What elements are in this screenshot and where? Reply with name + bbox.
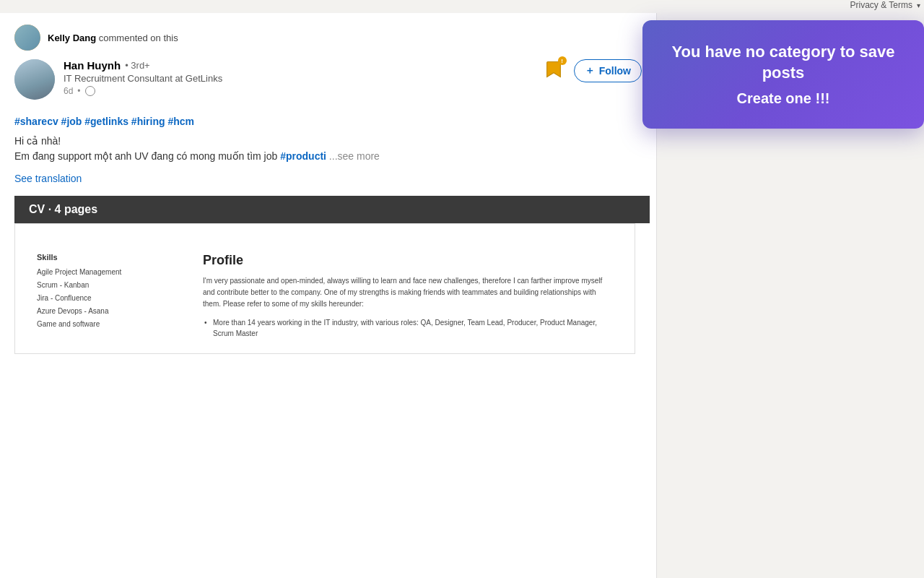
- post-author: Han Huynh • 3rd+ IT Recruitment Consulta…: [14, 59, 222, 100]
- follow-plus: ＋: [585, 64, 595, 77]
- cv-inner: Skills Agile Project Management Scrum - …: [37, 253, 613, 339]
- post-body: Hi cả nhà! Em đang support một anh UV đa…: [14, 134, 642, 164]
- author-name-line: Han Huynh • 3rd+: [64, 59, 222, 72]
- cv-skill-1: Agile Project Management: [37, 267, 181, 277]
- privacy-chevron-icon: ▾: [917, 1, 920, 9]
- author-avatar-image: [14, 59, 55, 100]
- cv-content-area: Skills Agile Project Management Scrum - …: [14, 223, 635, 354]
- bookmark-icon-wrap[interactable]: !: [544, 59, 564, 82]
- cv-section-bar: CV · 4 pages: [14, 196, 650, 223]
- privacy-terms-link[interactable]: Privacy & Terms ▾: [850, 0, 920, 10]
- post-card: Kelly Dang commented on this Han Huynh •…: [0, 13, 656, 366]
- privacy-terms-label: Privacy & Terms: [850, 0, 912, 10]
- cv-skills-label: Skills: [37, 253, 181, 262]
- post-hashtags[interactable]: #sharecv #job #getlinks #hiring #hcm: [14, 114, 642, 129]
- globe-icon: [85, 86, 95, 96]
- popup-cta[interactable]: Create one !!!: [664, 90, 902, 107]
- post-greeting: Hi cả nhà!: [14, 135, 61, 147]
- author-info: Han Huynh • 3rd+ IT Recruitment Consulta…: [64, 59, 222, 96]
- cv-label: CV · 4 pages: [29, 203, 97, 215]
- post-top-actions: ! ＋ Follow: [544, 59, 642, 82]
- popup-title: You have no category to save posts: [664, 42, 902, 83]
- popup-tooltip: You have no category to save posts Creat…: [642, 20, 924, 129]
- cv-skill-3: Jira - Confluence: [37, 293, 181, 303]
- follow-button[interactable]: ＋ Follow: [574, 59, 642, 82]
- separator: •: [77, 86, 80, 96]
- cv-skill-4: Azure Devops - Asana: [37, 306, 181, 316]
- author-title: IT Recruitment Consultant at GetLinks: [64, 73, 222, 84]
- main-content-panel: Kelly Dang commented on this Han Huynh •…: [0, 13, 657, 578]
- see-translation[interactable]: See translation: [14, 167, 642, 196]
- cv-left-column: Skills Agile Project Management Scrum - …: [37, 253, 181, 339]
- author-name[interactable]: Han Huynh: [64, 59, 121, 72]
- see-more-link[interactable]: ...see more: [329, 150, 380, 162]
- cv-right-column: Profile I'm very passionate and open-min…: [203, 253, 613, 339]
- cv-skill-5: Game and software: [37, 319, 181, 329]
- post-body-text: Em đang support một anh UV đang có mong …: [14, 150, 277, 162]
- cv-profile-title: Profile: [203, 253, 613, 268]
- commenter-action: commented on this: [99, 33, 178, 43]
- post-meta: 6d •: [64, 86, 222, 96]
- post-time: 6d: [64, 86, 73, 96]
- notification-bar: Kelly Dang commented on this: [14, 25, 642, 51]
- commenter-avatar: [14, 25, 40, 51]
- commenter-avatar-image: [14, 25, 40, 51]
- cv-profile-text: I'm very passionate and open-minded, alw…: [203, 275, 613, 310]
- author-avatar[interactable]: [14, 59, 55, 100]
- post-body-highlight[interactable]: #producti: [280, 150, 326, 162]
- top-bar: Privacy & Terms ▾: [0, 0, 924, 13]
- commenter-name[interactable]: Kelly Dang: [48, 33, 96, 43]
- bookmark-badge: !: [558, 56, 567, 65]
- notification-text: Kelly Dang commented on this: [48, 33, 178, 43]
- cv-bullet-1: More than 14 years working in the IT ind…: [203, 317, 613, 339]
- author-degree: • 3rd+: [125, 60, 150, 71]
- cv-skill-2: Scrum - Kanban: [37, 280, 181, 290]
- follow-label: Follow: [599, 65, 631, 77]
